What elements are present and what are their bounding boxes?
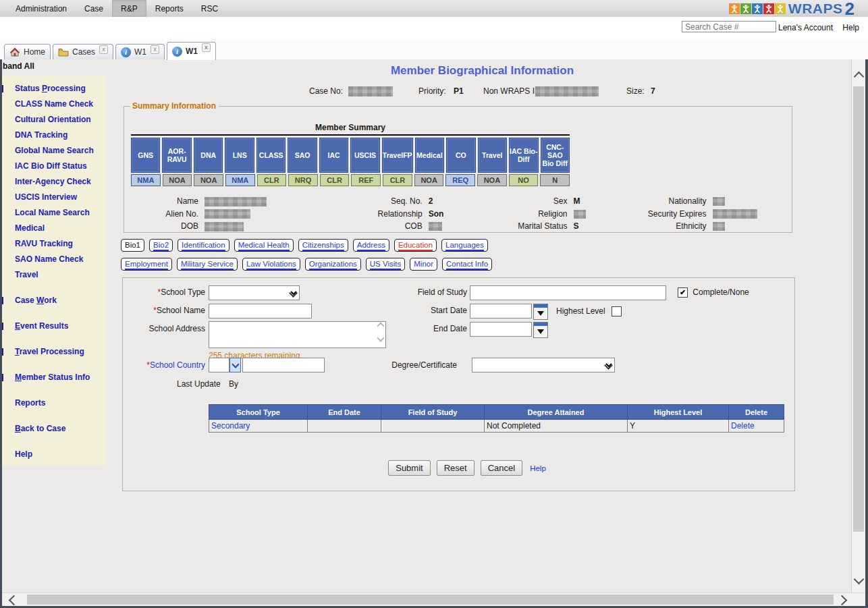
tab-law-violations[interactable]: Law Violations [242, 258, 300, 271]
page-title: Member Biographical Information [121, 64, 795, 78]
school-address-textarea[interactable] [209, 321, 386, 348]
end-date-input[interactable] [470, 322, 532, 337]
record-school-type-link[interactable]: Secondary [211, 421, 250, 431]
tab-medical-health[interactable]: Medical Health [234, 239, 294, 252]
tab-bio2[interactable]: Bio2 [149, 239, 173, 252]
vertical-scroll-thumb[interactable] [853, 86, 864, 532]
highest-level-label: Highest Level [556, 306, 605, 316]
sidebar-item-event-results[interactable]: Event Results [2, 321, 105, 331]
tab-citizenships[interactable]: Citizenships [298, 239, 348, 252]
cob-value-redacted [429, 221, 442, 231]
logo-figure-icon [775, 3, 786, 14]
school-country-dropdown-icon[interactable] [229, 358, 241, 372]
start-date-input[interactable] [470, 304, 532, 319]
horizontal-scrollbar[interactable] [2, 592, 865, 606]
table-header-row: School Type End Date Field of Study Degr… [209, 405, 784, 420]
highest-level-checkbox[interactable] [612, 306, 622, 316]
field-of-study-input[interactable] [470, 285, 666, 300]
sex-value: M [574, 196, 580, 206]
sidebar-item-member-status-info[interactable]: Member Status Info [2, 372, 105, 382]
sidebar-item-back-to-case[interactable]: Back to Case [2, 424, 105, 433]
nationality-label: Nationality [636, 196, 707, 206]
tab-close-icon[interactable]: x [202, 43, 211, 52]
tab-identification[interactable]: Identification [178, 239, 229, 252]
menu-reports[interactable]: Reports [146, 0, 192, 17]
record-delete-link[interactable]: Delete [731, 421, 755, 431]
sidebar-item-uscis-interview[interactable]: USCIS Interview [2, 192, 105, 202]
menu-rsc[interactable]: RSC [192, 0, 227, 17]
search-case-input[interactable] [682, 21, 776, 32]
sidebar-item-case-work[interactable]: Case Work [2, 296, 105, 305]
help-link-top[interactable]: Help [842, 23, 859, 32]
tab-minor[interactable]: Minor [410, 258, 437, 271]
tab-languages[interactable]: Languages [441, 239, 488, 252]
tab-military-service[interactable]: Military Service [177, 258, 238, 271]
sidebar-item-reports[interactable]: Reports [2, 398, 105, 408]
end-date-calendar-icon[interactable] [533, 322, 548, 338]
tab-w1[interactable]: i W1 x [115, 44, 165, 59]
tab-home[interactable]: Home [4, 44, 51, 59]
menu-administration[interactable]: Administration [7, 0, 76, 17]
tab-employment[interactable]: Employment [121, 258, 172, 271]
sidebar-item-travel[interactable]: Travel [2, 270, 105, 279]
menu-case[interactable]: Case [76, 0, 112, 17]
tab-w1-active[interactable]: i W1 x [167, 42, 216, 60]
non-wraps-id-label: Non WRAPS ID: [483, 86, 543, 96]
sidebar-item-travel-processing[interactable]: Travel Processing [2, 347, 105, 356]
tab-contact-info[interactable]: Contact Info [442, 258, 492, 271]
school-name-input[interactable] [209, 304, 312, 319]
sidebar-item-cultural-orientation[interactable]: Cultural Orientation [2, 115, 105, 124]
sidebar-item-class-name-check[interactable]: CLASS Name Check [2, 99, 105, 109]
school-country-input[interactable] [242, 358, 325, 372]
account-link[interactable]: Lena's Account [778, 23, 833, 32]
summary-col-iac-bio-diff: IAC Bio-Diff [509, 138, 538, 173]
sex-label: Sex [489, 196, 568, 206]
sidebar-item-iac-bio-diff-status[interactable]: IAC Bio Diff Status [2, 161, 105, 171]
marital-status-value: S [574, 221, 579, 231]
school-address-label: School Address [123, 324, 205, 333]
sidebar-item-status-processing[interactable]: Status Processing [2, 84, 105, 93]
school-address-wrap [209, 321, 386, 348]
scroll-right-icon[interactable] [837, 595, 848, 606]
status-badge: CLR [257, 174, 287, 186]
scroll-left-icon[interactable] [9, 595, 20, 606]
scroll-up-icon[interactable] [854, 72, 865, 82]
alien-no-label: Alien No. [131, 209, 198, 219]
priority-label: Priority: [418, 86, 446, 96]
wraps-window: Administration Case R&P Reports RSC WRAP… [0, 0, 868, 608]
logo-number: 2 [845, 2, 855, 16]
school-type-select[interactable] [209, 285, 300, 300]
size-value: 7 [651, 86, 655, 96]
tab-cases[interactable]: Cases x [53, 44, 113, 59]
degree-certificate-select[interactable] [472, 358, 615, 372]
sidebar-item-local-name-search[interactable]: Local Name Search [2, 208, 105, 217]
menu-rp[interactable]: R&P [112, 0, 146, 17]
scroll-down-icon[interactable] [854, 574, 865, 585]
horizontal-scroll-thumb[interactable] [27, 595, 834, 605]
tab-us-visits[interactable]: US Visits [366, 258, 405, 271]
complete-none-checkbox[interactable]: ✔ [678, 287, 688, 298]
sidebar-item-sao-name-check[interactable]: SAO Name Check [2, 254, 105, 264]
sidebar-item-inter-agency-check[interactable]: Inter-Agency Check [2, 177, 105, 186]
tab-close-icon[interactable]: x [151, 45, 159, 54]
vertical-scrollbar[interactable] [851, 59, 865, 593]
tab-close-icon[interactable]: x [99, 45, 108, 54]
expand-all-label[interactable]: band All [3, 61, 34, 71]
tab-bio1[interactable]: Bio1 [121, 239, 144, 252]
school-country-code-input[interactable] [209, 358, 229, 372]
account-bar: Lena's Account Help [0, 17, 868, 39]
tab-organizations[interactable]: Organizations [305, 258, 361, 271]
sidebar-item-global-name-search[interactable]: Global Name Search [2, 146, 105, 155]
sidebar-item-ravu-tracking[interactable]: RAVU Tracking [2, 239, 105, 248]
cancel-button[interactable]: Cancel [481, 460, 522, 476]
reset-button[interactable]: Reset [437, 460, 474, 476]
start-date-calendar-icon[interactable] [533, 304, 548, 320]
sidebar-item-help[interactable]: Help [2, 449, 105, 459]
summary-col-sao: SAO [288, 138, 317, 173]
tab-education[interactable]: Education [394, 239, 437, 252]
tab-address[interactable]: Address [353, 239, 389, 252]
sidebar-item-dna-tracking[interactable]: DNA Tracking [2, 130, 105, 140]
sidebar-item-medical[interactable]: Medical [2, 223, 105, 233]
submit-button[interactable]: Submit [388, 460, 430, 476]
form-help-link[interactable]: Help [530, 464, 546, 472]
